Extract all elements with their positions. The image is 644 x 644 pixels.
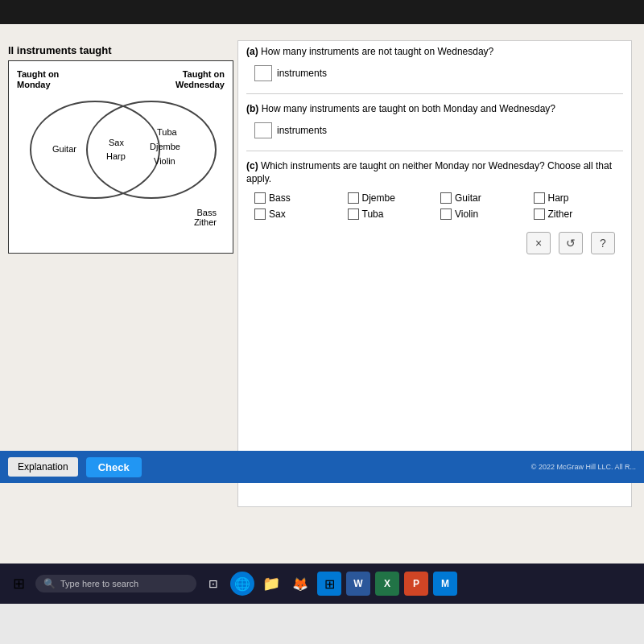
question-b-answer-row: instruments — [254, 122, 623, 138]
checkbox-djembe[interactable]: Djembe — [348, 192, 438, 204]
taskbar-windows-icon[interactable]: ⊞ — [6, 572, 31, 596]
taskbar-word-icon[interactable]: W — [346, 572, 370, 596]
bottom-bar: Explanation Check © 2022 McGraw Hill LLC… — [0, 451, 644, 483]
taskbar-files-icon[interactable]: 📁 — [259, 572, 283, 596]
checkbox-violin-box[interactable] — [440, 208, 452, 220]
copyright-text: © 2022 McGraw Hill LLC. All R... — [531, 463, 636, 471]
venn-left-label: Taught onMonday — [17, 69, 59, 90]
content-area: ll instruments taught Taught onMonday Ta… — [0, 24, 644, 515]
outside-zither: Zither — [17, 217, 217, 227]
checkbox-bass-label: Bass — [269, 192, 291, 204]
checkbox-bass-box[interactable] — [254, 192, 266, 204]
question-b-body: How many instruments are taught on both … — [262, 103, 555, 114]
question-b-unit: instruments — [277, 125, 327, 136]
checkbox-guitar-box[interactable] — [440, 192, 452, 204]
taskbar-windows-store-icon[interactable]: ⊞ — [317, 572, 341, 596]
checkbox-tuba-label: Tuba — [362, 208, 384, 220]
svg-text:Guitar: Guitar — [52, 144, 76, 154]
checkbox-zither[interactable]: Zither — [534, 208, 624, 220]
explanation-button[interactable]: Explanation — [8, 457, 78, 477]
checkbox-tuba-box[interactable] — [348, 208, 359, 220]
checkbox-zither-box[interactable] — [534, 208, 545, 220]
checkbox-tuba[interactable]: Tuba — [348, 208, 438, 220]
venn-title: ll instruments taught — [8, 44, 233, 56]
undo-button[interactable]: ↺ — [559, 232, 583, 254]
question-c-block: (c) Which instruments are taught on neit… — [246, 159, 623, 221]
question-a-input[interactable] — [254, 65, 272, 81]
svg-text:Tuba: Tuba — [157, 127, 178, 137]
taskbar: ⊞ 🔍 Type here to search ⊡ 🌐 📁 🦊 ⊞ W X P … — [0, 564, 644, 604]
search-icon: 🔍 — [43, 578, 56, 589]
question-b-input[interactable] — [254, 122, 272, 138]
svg-text:Djembe: Djembe — [150, 142, 180, 151]
question-b-text: (b) How many instruments are taught on b… — [246, 102, 623, 116]
question-c-body: Which instruments are taught on neither … — [246, 160, 612, 185]
right-panel: (a) How many instruments are not taught … — [237, 40, 632, 507]
venn-container: Taught onMonday Taught onWednesday Guita… — [8, 60, 233, 254]
question-a-label: (a) — [246, 46, 258, 57]
venn-svg: Guitar Sax Harp Tuba Djembe Violin — [19, 93, 224, 206]
search-placeholder: Type here to search — [60, 579, 138, 588]
taskbar-taskview-icon[interactable]: ⊡ — [201, 572, 225, 596]
checkbox-guitar[interactable]: Guitar — [440, 192, 530, 204]
divider-bc — [246, 151, 623, 151]
question-a-text: (a) How many instruments are not taught … — [246, 45, 623, 59]
left-panel: ll instruments taught Taught onMonday Ta… — [4, 40, 237, 507]
bottom-strip — [0, 604, 644, 644]
question-c-label: (c) — [246, 160, 258, 171]
taskbar-firefox-icon[interactable]: 🦊 — [288, 572, 312, 596]
help-button[interactable]: ? — [591, 232, 615, 254]
question-a-body: How many instruments are not taught on W… — [261, 46, 493, 57]
search-bar[interactable]: 🔍 Type here to search — [35, 575, 196, 592]
taskbar-excel-icon[interactable]: X — [375, 572, 399, 596]
checkbox-guitar-label: Guitar — [455, 192, 481, 204]
checkbox-harp-box[interactable] — [534, 192, 545, 204]
venn-right-label: Taught onWednesday — [175, 69, 225, 90]
action-btn-row: × ↺ ? — [246, 232, 623, 254]
checkbox-harp[interactable]: Harp — [534, 192, 624, 204]
checkbox-grid: Bass Djembe Guitar Harp — [254, 192, 623, 220]
divider-ab — [246, 93, 623, 94]
svg-text:Violin: Violin — [154, 156, 175, 166]
screen: ll instruments taught Taught onMonday Ta… — [0, 24, 644, 564]
checkbox-violin[interactable]: Violin — [440, 208, 530, 220]
checkbox-sax-label: Sax — [269, 208, 286, 220]
checkbox-sax[interactable]: Sax — [254, 208, 345, 220]
checkbox-bass[interactable]: Bass — [254, 192, 345, 204]
taskbar-edge-icon[interactable]: 🌐 — [230, 572, 254, 596]
taskbar-outlook-icon[interactable]: M — [433, 572, 457, 596]
svg-text:Harp: Harp — [106, 151, 126, 161]
svg-text:Sax: Sax — [109, 138, 124, 147]
question-c-text: (c) Which instruments are taught on neit… — [246, 159, 623, 187]
svg-point-0 — [31, 101, 159, 198]
checkbox-djembe-box[interactable] — [348, 192, 359, 204]
question-b-block: (b) How many instruments are taught on b… — [246, 102, 623, 138]
question-a-unit: instruments — [277, 68, 327, 79]
checkbox-djembe-label: Djembe — [362, 192, 395, 204]
checkbox-zither-label: Zither — [548, 208, 573, 220]
question-b-label: (b) — [246, 103, 258, 114]
question-a-block: (a) How many instruments are not taught … — [246, 45, 623, 81]
outside-bass: Bass — [17, 208, 217, 217]
taskbar-ppt-icon[interactable]: P — [404, 572, 428, 596]
checkbox-harp-label: Harp — [548, 192, 569, 204]
checkbox-violin-label: Violin — [455, 208, 478, 220]
check-button[interactable]: Check — [86, 457, 142, 477]
checkbox-sax-box[interactable] — [254, 208, 266, 220]
x-button[interactable]: × — [526, 232, 551, 254]
question-a-answer-row: instruments — [254, 65, 623, 81]
